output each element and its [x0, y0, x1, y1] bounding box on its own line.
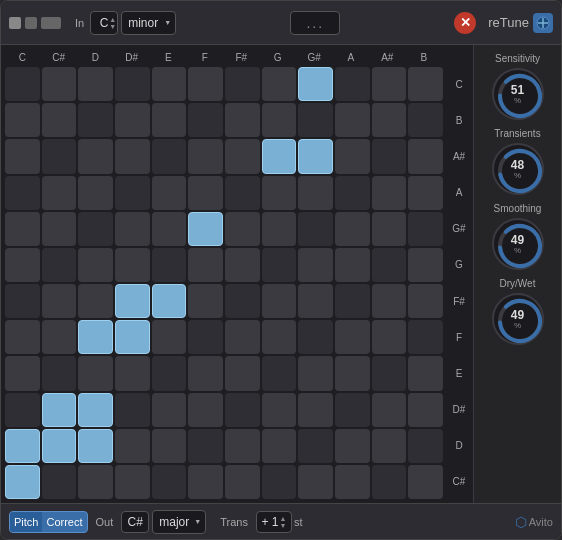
cell-r10-c10[interactable]: [372, 429, 407, 463]
cell-r11-c1[interactable]: [42, 465, 77, 499]
cell-r0-c0[interactable]: [5, 67, 40, 101]
cell-r10-c5[interactable]: [188, 429, 223, 463]
cell-r8-c11[interactable]: [408, 356, 443, 390]
cell-r11-c7[interactable]: [262, 465, 297, 499]
cell-r8-c2[interactable]: [78, 356, 113, 390]
cell-r7-c7[interactable]: [262, 320, 297, 354]
expand-button[interactable]: [41, 17, 61, 29]
key-note-input[interactable]: C ▲▼: [90, 11, 118, 35]
cell-r8-c3[interactable]: [115, 356, 150, 390]
cell-r0-c2[interactable]: [78, 67, 113, 101]
cell-r5-c11[interactable]: [408, 248, 443, 282]
cell-r0-c6[interactable]: [225, 67, 260, 101]
cell-r2-c6[interactable]: [225, 139, 260, 173]
cell-r1-c7[interactable]: [262, 103, 297, 137]
trans-down-arrow[interactable]: ▼: [280, 522, 287, 529]
cell-r10-c7[interactable]: [262, 429, 297, 463]
cell-r11-c10[interactable]: [372, 465, 407, 499]
cell-r8-c8[interactable]: [298, 356, 333, 390]
cell-r2-c5[interactable]: [188, 139, 223, 173]
cell-r1-c11[interactable]: [408, 103, 443, 137]
cell-r6-c5[interactable]: [188, 284, 223, 318]
cell-r9-c10[interactable]: [372, 393, 407, 427]
close-button[interactable]: ✕: [454, 12, 476, 34]
cell-r5-c4[interactable]: [152, 248, 187, 282]
cell-r11-c2[interactable]: [78, 465, 113, 499]
cell-r11-c8[interactable]: [298, 465, 333, 499]
cell-r4-c2[interactable]: [78, 212, 113, 246]
cell-r0-c7[interactable]: [262, 67, 297, 101]
cell-r4-c9[interactable]: [335, 212, 370, 246]
cell-r5-c5[interactable]: [188, 248, 223, 282]
cell-r11-c0[interactable]: [5, 465, 40, 499]
cell-r0-c8[interactable]: [298, 67, 333, 101]
cell-r8-c9[interactable]: [335, 356, 370, 390]
cell-r6-c7[interactable]: [262, 284, 297, 318]
cell-r10-c3[interactable]: [115, 429, 150, 463]
cell-r3-c5[interactable]: [188, 176, 223, 210]
cell-r11-c5[interactable]: [188, 465, 223, 499]
pitch-correct-button[interactable]: Pitch Correct: [9, 511, 88, 533]
preset-button[interactable]: ...: [290, 11, 340, 35]
cell-r2-c7[interactable]: [262, 139, 297, 173]
cell-r4-c10[interactable]: [372, 212, 407, 246]
cell-r4-c4[interactable]: [152, 212, 187, 246]
cell-r9-c6[interactable]: [225, 393, 260, 427]
cell-r9-c7[interactable]: [262, 393, 297, 427]
cell-r0-c11[interactable]: [408, 67, 443, 101]
cell-r6-c0[interactable]: [5, 284, 40, 318]
cell-r7-c10[interactable]: [372, 320, 407, 354]
cell-r8-c7[interactable]: [262, 356, 297, 390]
cell-r0-c4[interactable]: [152, 67, 187, 101]
cell-r10-c0[interactable]: [5, 429, 40, 463]
cell-r2-c8[interactable]: [298, 139, 333, 173]
cell-r0-c1[interactable]: [42, 67, 77, 101]
cell-r6-c3[interactable]: [115, 284, 150, 318]
cell-r10-c8[interactable]: [298, 429, 333, 463]
cell-r5-c2[interactable]: [78, 248, 113, 282]
cell-r2-c1[interactable]: [42, 139, 77, 173]
cell-r6-c10[interactable]: [372, 284, 407, 318]
cell-r7-c6[interactable]: [225, 320, 260, 354]
cell-r3-c9[interactable]: [335, 176, 370, 210]
cell-r4-c3[interactable]: [115, 212, 150, 246]
cell-r7-c9[interactable]: [335, 320, 370, 354]
cell-r1-c9[interactable]: [335, 103, 370, 137]
cell-r5-c9[interactable]: [335, 248, 370, 282]
cell-r1-c10[interactable]: [372, 103, 407, 137]
cell-r1-c8[interactable]: [298, 103, 333, 137]
cell-r1-c5[interactable]: [188, 103, 223, 137]
cell-r2-c3[interactable]: [115, 139, 150, 173]
trans-value-box[interactable]: + 1 ▲ ▼: [256, 511, 292, 533]
cell-r1-c2[interactable]: [78, 103, 113, 137]
cell-r2-c11[interactable]: [408, 139, 443, 173]
cell-r4-c1[interactable]: [42, 212, 77, 246]
cell-r11-c4[interactable]: [152, 465, 187, 499]
cell-r1-c1[interactable]: [42, 103, 77, 137]
cell-r2-c9[interactable]: [335, 139, 370, 173]
cell-r6-c2[interactable]: [78, 284, 113, 318]
cell-r7-c3[interactable]: [115, 320, 150, 354]
cell-r8-c10[interactable]: [372, 356, 407, 390]
cell-r2-c4[interactable]: [152, 139, 187, 173]
cell-r3-c6[interactable]: [225, 176, 260, 210]
cell-r2-c0[interactable]: [5, 139, 40, 173]
cell-r9-c9[interactable]: [335, 393, 370, 427]
sensitivity-knob[interactable]: 51 %: [492, 68, 544, 120]
out-mode-dropdown[interactable]: major: [152, 510, 206, 534]
cell-r8-c5[interactable]: [188, 356, 223, 390]
cell-r4-c6[interactable]: [225, 212, 260, 246]
cell-r11-c3[interactable]: [115, 465, 150, 499]
cell-r9-c0[interactable]: [5, 393, 40, 427]
cell-r9-c4[interactable]: [152, 393, 187, 427]
cell-r1-c4[interactable]: [152, 103, 187, 137]
cell-r6-c6[interactable]: [225, 284, 260, 318]
cell-r4-c8[interactable]: [298, 212, 333, 246]
cell-r7-c0[interactable]: [5, 320, 40, 354]
cell-r6-c9[interactable]: [335, 284, 370, 318]
cell-r8-c6[interactable]: [225, 356, 260, 390]
cell-r7-c8[interactable]: [298, 320, 333, 354]
key-mode-dropdown[interactable]: minor: [121, 11, 176, 35]
cell-r1-c3[interactable]: [115, 103, 150, 137]
cell-r11-c6[interactable]: [225, 465, 260, 499]
